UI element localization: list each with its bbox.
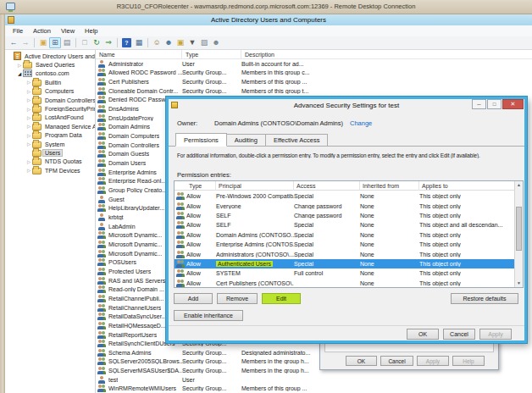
- enable-inheritance-button[interactable]: Enable inheritance: [174, 310, 243, 321]
- tree-expander-icon[interactable]: ▷: [25, 80, 32, 85]
- cancel-button[interactable]: Cancel: [443, 329, 475, 340]
- list-item[interactable]: Administrator User Built-in account for …: [96, 59, 532, 69]
- clipboard-icon[interactable]: ▤: [61, 37, 73, 48]
- tree-item-label: TPM Devices: [43, 168, 82, 174]
- refresh-icon[interactable]: ↻: [91, 37, 103, 48]
- permission-scrollbar[interactable]: ▲ ▼: [514, 181, 523, 287]
- perm-type: Allow: [186, 252, 216, 257]
- permission-entry-row[interactable]: Allow SELF Special None This object and …: [175, 220, 514, 230]
- tree-expander-icon[interactable]: ▷: [25, 107, 32, 112]
- add-button[interactable]: Add: [174, 293, 213, 304]
- tree-expander-icon[interactable]: ◢: [16, 71, 23, 76]
- list-item[interactable]: test User: [96, 375, 532, 385]
- back-icon[interactable]: ←: [8, 37, 19, 48]
- tree-item[interactable]: ▷ ForeignSecurityPrincipals: [5, 104, 95, 113]
- scroll-up-icon[interactable]: ▲: [515, 181, 523, 189]
- tree-expander-icon[interactable]: ▷: [25, 168, 32, 173]
- column-header-description[interactable]: Description: [241, 50, 532, 59]
- permission-entry-row[interactable]: Allow Authenticated Users Special None T…: [175, 259, 514, 268]
- create-group-icon[interactable]: ☻: [163, 37, 175, 48]
- menu-item-view[interactable]: View: [56, 25, 80, 36]
- tree-item[interactable]: Users: [5, 148, 95, 157]
- restore-defaults-button[interactable]: Restore defaults: [451, 293, 518, 304]
- permission-entry-row[interactable]: Allow SYSTEM Full control None This obje…: [175, 268, 514, 278]
- tree-expander-icon[interactable]: ▷: [25, 89, 32, 94]
- permission-entry-row[interactable]: Allow Domain Admins (CONTOSO... Special …: [175, 230, 514, 240]
- object-name: SQLServerMSASUser$DA...: [108, 368, 182, 374]
- delegate-icon[interactable]: ☻: [210, 37, 222, 48]
- create-user-icon[interactable]: ☺: [151, 37, 163, 48]
- perm-type: Allow: [186, 232, 216, 238]
- tree-expander-icon[interactable]: ▷: [16, 63, 23, 68]
- permission-entry-row[interactable]: Allow Enterprise Admins (CONTOS... Speci…: [175, 240, 514, 249]
- help-icon[interactable]: ?: [122, 38, 131, 47]
- perm-applies-to: This object only: [419, 193, 514, 199]
- console-window-icon[interactable]: ▦: [133, 37, 145, 48]
- new-folder-icon[interactable]: ▣: [37, 37, 49, 48]
- list-item[interactable]: Cert Publishers Security Group... Member…: [96, 77, 532, 86]
- menu-item-file[interactable]: File: [8, 25, 28, 36]
- forward-icon[interactable]: →: [19, 37, 31, 48]
- list-item[interactable]: Cloneable Domain Contr... Security Group…: [96, 86, 532, 96]
- tree-item-label: LostAndFound: [43, 114, 86, 120]
- create-ou-icon[interactable]: ▣: [175, 37, 186, 48]
- properties-cancel-button[interactable]: Cancel: [380, 356, 413, 366]
- permission-entry-row[interactable]: Allow Administrators (CONTOSO\... Specia…: [175, 249, 514, 258]
- tree-item[interactable]: ▷ Domain Controllers: [5, 96, 95, 104]
- permission-entry-row[interactable]: Allow SELF Change password None This obj…: [175, 211, 514, 220]
- edit-button[interactable]: Edit: [262, 293, 301, 304]
- perm-type: Allow: [186, 222, 216, 228]
- minimize-icon[interactable]: ─: [472, 99, 486, 109]
- tab-effective-access[interactable]: Effective Access: [266, 134, 328, 147]
- properties-icon[interactable]: □: [79, 37, 91, 48]
- tree-item[interactable]: ▷ LostAndFound: [5, 113, 95, 122]
- tree-item[interactable]: ▷ Saved Queries: [5, 60, 95, 69]
- list-item[interactable]: WinRMRemoteWMIUsers_ Security Group... M…: [96, 385, 532, 393]
- tree-item[interactable]: ◢ contoso.com: [5, 69, 95, 78]
- tab-auditing[interactable]: Auditing: [227, 134, 266, 147]
- properties-ok-button[interactable]: OK: [346, 356, 377, 366]
- tree-expander-icon[interactable]: ▷: [25, 159, 32, 164]
- export-list-icon[interactable]: ⇒: [103, 37, 114, 48]
- set-filter-icon[interactable]: ▼: [186, 37, 198, 48]
- close-icon[interactable]: ✕: [502, 99, 524, 109]
- perm-column-applies-to[interactable]: Applies to: [419, 181, 523, 191]
- permission-entry-row[interactable]: Allow Cert Publishers (CONTOSO\... None …: [175, 279, 514, 288]
- object-icon: [97, 177, 106, 185]
- scroll-down-icon[interactable]: ▼: [515, 280, 523, 287]
- perm-column-access[interactable]: Access: [294, 181, 360, 191]
- taskpad-icon[interactable]: ▨: [198, 37, 210, 48]
- perm-column-type[interactable]: Type: [186, 181, 216, 191]
- tree-item[interactable]: ▷ Builtin: [5, 78, 95, 86]
- tree-expander-icon[interactable]: ▷: [25, 115, 32, 120]
- change-owner-link[interactable]: Change: [350, 119, 372, 127]
- perm-column-inherited-from[interactable]: Inherited from: [360, 181, 419, 191]
- tree-item[interactable]: ▷ NTDS Quotas: [5, 158, 95, 166]
- show-console-tree-icon[interactable]: ⊞: [49, 37, 61, 48]
- maximize-icon[interactable]: □: [487, 99, 502, 109]
- tree-expander-icon[interactable]: ▷: [25, 133, 32, 138]
- tree-expander-icon[interactable]: ▷: [25, 141, 32, 147]
- remove-button[interactable]: Remove: [217, 293, 258, 304]
- tree-item[interactable]: ▷ Computers: [5, 87, 95, 96]
- tree-expander-icon[interactable]: ▷: [25, 124, 32, 129]
- permission-entry-row[interactable]: Allow Pre-Windows 2000 Compatib... Speci…: [175, 191, 514, 201]
- perm-column-principal[interactable]: Principal: [216, 181, 294, 191]
- menu-item-help[interactable]: Help: [80, 25, 103, 36]
- tab-permissions[interactable]: Permissions: [175, 133, 227, 147]
- tree-item[interactable]: ▷ System: [5, 140, 95, 148]
- column-header-name[interactable]: Name: [96, 50, 182, 59]
- menu-item-action[interactable]: Action: [28, 25, 56, 36]
- tree-item[interactable]: Active Directory Users and Computers: [5, 52, 95, 60]
- permission-entry-row[interactable]: Allow Everyone Change password None This…: [175, 201, 514, 210]
- tree-item[interactable]: ▷ Program Data: [5, 131, 95, 140]
- perm-inherited-from: None: [360, 232, 419, 238]
- tree-item[interactable]: ▷ Managed Service Accounts: [5, 122, 95, 130]
- tree-item[interactable]: ▷ TPM Devices: [5, 166, 95, 174]
- list-item[interactable]: Allowed RODC Password ... Security Group…: [96, 69, 532, 78]
- column-header-type[interactable]: Type: [182, 50, 241, 59]
- ok-button[interactable]: OK: [407, 329, 439, 340]
- scroll-thumb[interactable]: [516, 207, 522, 251]
- tree-expander-icon[interactable]: ▷: [25, 97, 32, 102]
- perm-principal: Administrators (CONTOSO\...: [216, 252, 294, 257]
